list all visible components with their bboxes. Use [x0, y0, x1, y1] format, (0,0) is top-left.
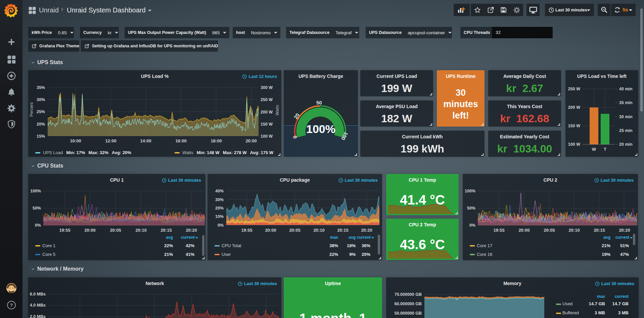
svg-text:?: ?	[10, 303, 13, 308]
